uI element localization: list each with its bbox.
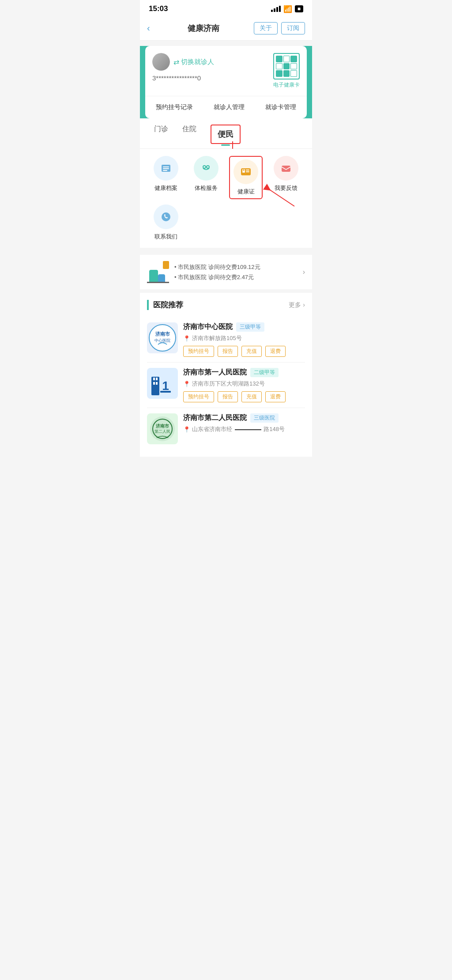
svg-text:济南市: 济南市 [156,424,170,428]
health-record-icon [154,156,178,181]
svg-point-25 [150,416,175,441]
tag-report-1[interactable]: 报告 [218,346,238,357]
hospital-logo-2: 1 [147,368,178,399]
qr-section[interactable]: 电子健康卡 [273,53,300,89]
tab-inpatient[interactable]: 住院 [175,118,203,148]
health-cert-icon [234,159,258,184]
switch-icon: ⇄ [173,58,179,66]
svg-rect-8 [246,170,249,170]
back-button[interactable]: ‹ [147,21,154,35]
signal-icon [271,6,281,12]
tab-convenience[interactable]: 便民 [203,118,248,148]
hospital-info-1: 济南市中心医院 三级甲等 📍 济南市解放路105号 预约挂号 报告 充值 退费 [183,322,305,357]
about-button[interactable]: 关于 [254,22,278,34]
tag-refund-2[interactable]: 退费 [265,391,286,402]
app-header: ‹ 健康济南 关于 订阅 [140,16,312,41]
contact-icon [154,204,178,229]
notification-text-1: 市民族医院 诊间待交费109.12元 [174,262,298,272]
svg-rect-9 [246,171,249,172]
card-nav: 预约挂号记录 就诊人管理 就诊卡管理 [145,96,307,118]
hospital-item-2[interactable]: 1 济南市第一人民医院 二级甲等 📍 济南市历下区大明湖路132号 预约挂号 报… [147,363,305,408]
tab-outpatient[interactable]: 门诊 [147,118,175,148]
tag-appointment-2[interactable]: 预约挂号 [183,391,214,402]
location-icon-1: 📍 [183,335,190,342]
hospital-badge-1: 三级甲等 [236,322,264,332]
svg-text:第二人民: 第二人民 [154,429,170,434]
svg-text:济南市: 济南市 [155,331,170,337]
header-title: 健康济南 [188,23,219,34]
switch-patient-button[interactable]: ⇄ 切换就诊人 [173,58,214,66]
card-nav-patient[interactable]: 就诊人管理 [210,102,248,113]
status-bar: 15:03 📶 ■ [140,0,312,16]
hospital-logo-3: 济南市 第二人民 [147,413,178,444]
svg-rect-19 [153,378,155,380]
avatar [152,53,170,71]
hospital-badge-2: 二级甲等 [250,368,279,377]
battery-icon: ■ [295,5,303,12]
card-nav-appointment[interactable]: 预约挂号记录 [152,102,196,113]
grid-item-health-cert[interactable]: 健康证 [227,156,265,199]
card-nav-card[interactable]: 就诊卡管理 [262,102,300,113]
qr-code[interactable] [273,53,300,79]
svg-rect-3 [163,168,169,169]
user-card: ⇄ 切换就诊人 3****************0 电子健康卡 [145,46,307,96]
svg-text:1: 1 [162,379,169,393]
hospital-name-row-1: 济南市中心医院 三级甲等 [183,322,305,332]
hospital-info-2: 济南市第一人民医院 二级甲等 📍 济南市历下区大明湖路132号 预约挂号 报告 … [183,368,305,402]
tag-appointment-1[interactable]: 预约挂号 [183,346,214,357]
svg-rect-24 [160,391,171,393]
tab-convenience-label: 便民 [211,125,241,144]
status-time: 15:03 [149,4,168,13]
user-info: ⇄ 切换就诊人 3****************0 [152,53,273,82]
health-cert-box: 健康证 [229,156,263,199]
main-tabs-wrapper: 门诊 住院 便民 [140,118,312,149]
notification-banner[interactable]: 市民族医院 诊间待交费109.12元 市民族医院 诊间待交费2.47元 › [140,252,312,289]
qr-label: 电子健康卡 [273,81,300,89]
section-title: 医院推荐 [147,300,183,310]
notification-image [147,261,169,283]
more-button[interactable]: 更多 › [289,301,305,309]
hospital-name-row-2: 济南市第一人民医院 二级甲等 [183,368,305,377]
grid-label-contact: 联系我们 [154,233,177,241]
svg-text:中心医院: 中心医院 [154,338,170,343]
user-name-row: ⇄ 切换就诊人 [152,53,273,71]
physical-exam-icon [194,156,218,181]
svg-rect-12 [282,166,290,172]
hospital-info-3: 济南市第二人民医院 三级医院 📍 山东省济南市经 路148号 [183,413,305,437]
hospital-address-2: 📍 济南市历下区大明湖路132号 [183,380,305,388]
svg-rect-18 [151,377,159,395]
status-icons: 📶 ■ [271,5,303,13]
hospital-name-1: 济南市中心医院 [183,322,233,332]
tag-refund-1[interactable]: 退费 [265,346,286,357]
location-icon-3: 📍 [183,426,190,433]
grid-item-contact[interactable]: 联系我们 [147,204,185,241]
grid-label-feedback: 我要反馈 [275,184,298,192]
grid-item-health-record[interactable]: 健康档案 [147,156,185,199]
hospital-tags-2: 预约挂号 报告 充值 退费 [183,391,305,402]
tag-recharge-1[interactable]: 充值 [241,346,262,357]
grid-item-feedback[interactable]: 我要反馈 [267,156,305,199]
hospital-name-2: 济南市第一人民医院 [183,368,247,377]
location-icon-2: 📍 [183,381,190,387]
tag-recharge-2[interactable]: 充值 [241,391,262,402]
user-id: 3****************0 [152,74,273,82]
svg-point-13 [162,212,170,221]
svg-rect-4 [163,170,167,171]
grid-item-physical-exam[interactable]: 体检服务 [187,156,226,199]
hospital-name-3: 济南市第二人民医院 [183,413,247,423]
grid-label-health-cert: 健康证 [237,188,255,196]
hospital-item-3[interactable]: 济南市 第二人民 济南市第二人民医院 三级医院 📍 山东省济南市经 路148号 [147,408,305,450]
notification-text-2: 市民族医院 诊间待交费2.47元 [174,272,298,282]
hospital-item-1[interactable]: 济南市 中心医院 济南市中心医院 三级甲等 📍 济南市解放路105号 预约挂号 … [147,317,305,363]
svg-point-5 [203,166,206,168]
tag-report-2[interactable]: 报告 [218,391,238,402]
subscribe-button[interactable]: 订阅 [281,22,305,34]
svg-rect-22 [156,382,158,385]
svg-point-6 [207,166,209,168]
svg-point-15 [149,325,176,351]
svg-rect-20 [156,378,158,380]
hospital-section: 医院推荐 更多 › 济南市 中心医院 济南市中心医院 三级甲等 📍 济南市解放路… [140,293,312,457]
icon-grid: 健康档案 体检服务 [147,156,305,241]
grid-label-physical-exam: 体检服务 [195,184,218,192]
svg-point-11 [243,170,245,171]
